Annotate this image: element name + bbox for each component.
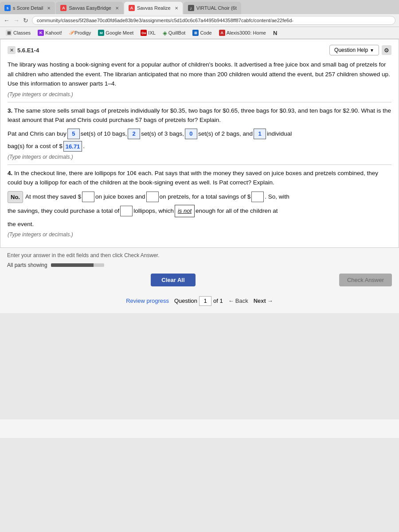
classes-icon: ▦ [6, 30, 12, 36]
progress-bar [51, 263, 104, 267]
standard-code: 5.6.E1-4 [17, 47, 39, 54]
nav-row: Review progress Question of 1 ← Back Nex… [7, 293, 392, 309]
next-arrow-icon: → [267, 297, 273, 304]
bookmark-classes[interactable]: ▦ Classes [4, 29, 33, 37]
clear-all-button[interactable]: Clear All [151, 274, 195, 286]
forward-nav-icon[interactable]: → [13, 17, 20, 24]
tab-icon-realize: A [129, 5, 135, 11]
tab-label-realize: Savvas Realize [137, 5, 171, 11]
badge-x-icon: ✕ [8, 46, 16, 54]
tab-easybridge[interactable]: A Savvas EasyBridge ✕ [56, 2, 123, 14]
answer-text-4a: on juice boxes and [95, 192, 145, 202]
answer-text-4f: the event. [8, 219, 34, 230]
answer-text-4: individual [267, 129, 292, 139]
address-input[interactable] [32, 16, 395, 25]
answer-text-4d: lollipops, which [133, 206, 174, 216]
kahoot-icon: K [38, 30, 44, 36]
answer-box-total[interactable] [251, 192, 264, 202]
answer-box-lollipops[interactable] [120, 206, 133, 216]
answer-prefix-1: Pat and Chris can buy [8, 129, 66, 139]
tab-realize[interactable]: A Savvas Realize ✕ [124, 2, 183, 14]
bookmark-alexis[interactable]: A Alexis3000: Home [217, 29, 268, 37]
browser-tabs: s s Score Detail ✕ A Savvas EasyBridge ✕… [0, 0, 399, 14]
bookmark-label-classes: Classes [13, 30, 31, 35]
tab-label-choir: VIRTUAL Choir (6t [196, 5, 237, 11]
ixl-icon: Da [141, 30, 147, 36]
answer-box-sets2[interactable]: 0 [185, 129, 197, 139]
bookmark-googlemeet[interactable]: M Google Meet [96, 29, 136, 37]
type-hint-3: (Type integers or decimals.) [8, 231, 391, 238]
reload-icon[interactable]: ↻ [23, 17, 28, 24]
question-help-button[interactable]: Question Help ▼ [329, 45, 379, 55]
bookmark-ixl[interactable]: Da IXL [138, 29, 158, 37]
tab-score-detail[interactable]: s s Score Detail ✕ [0, 2, 55, 14]
review-progress-button[interactable]: Review progress [126, 297, 169, 304]
next-button[interactable]: Next → [254, 297, 273, 304]
tab-close-realize[interactable]: ✕ [175, 6, 178, 11]
tab-icon-choir: ♪ [188, 5, 194, 11]
bookmark-label-prodigy: Prodigy [74, 30, 91, 35]
answer-box-sets3[interactable]: 2 [128, 129, 140, 139]
bookmarks-bar: ▦ Classes K Kahoot! 𝒫 Prodigy M Google M… [0, 27, 399, 39]
answer-box-cost[interactable]: 16.71 [63, 141, 82, 152]
back-nav-icon[interactable]: ← [4, 17, 10, 24]
answer-prefix-4b: the savings, they could purchase a total… [8, 206, 119, 216]
answer-period: . [83, 141, 85, 152]
bookmark-n[interactable]: N [271, 29, 279, 37]
answer-text-2: set(s) of 3 bags, [141, 129, 184, 139]
content-area: ✕ 5.6.E1-4 Question Help ▼ ⚙ The library… [0, 39, 399, 438]
question-container: ✕ 5.6.E1-4 Question Help ▼ ⚙ The library… [0, 39, 399, 248]
tab-label-easybridge: Savvas EasyBridge [69, 5, 111, 11]
progress-bar-fill [51, 263, 94, 267]
answer-prefix-2: bag(s) for a cost of $ [8, 141, 63, 152]
answer-box-juice[interactable] [82, 192, 94, 202]
part3-question: 3. The same store sells small bags of pr… [8, 106, 391, 125]
tab-icon-easybridge: A [60, 5, 66, 11]
gear-icon[interactable]: ⚙ [382, 45, 391, 55]
bookmark-prodigy[interactable]: 𝒫 Prodigy [67, 28, 93, 37]
answer-line-2: bag(s) for a cost of $16.71. [8, 141, 391, 152]
answer-box-pretzels[interactable] [146, 192, 159, 202]
googlemeet-icon: M [98, 30, 104, 36]
code-icon: ⊞ [192, 30, 199, 36]
question-of-label: of 1 [213, 297, 223, 304]
tab-close-score[interactable]: ✕ [47, 6, 51, 11]
answer-box-sets10[interactable]: 5 [67, 129, 80, 139]
check-answer-button[interactable]: Check Answer [339, 274, 392, 286]
address-bar: ← → ↻ [0, 14, 399, 27]
remaining-space [0, 313, 399, 419]
bookmark-label-quillbot: QuillBot [168, 30, 186, 35]
part3-label: 3. [8, 107, 12, 114]
part4-text: In the checkout line, there are lollipop… [8, 170, 378, 186]
back-button[interactable]: ← Back [228, 297, 248, 304]
bookmark-label-kahoot: Kahoot! [45, 30, 62, 35]
type-hint-1: (Type integers or decimals.) [8, 91, 391, 98]
answer-line-4c: the event. [8, 219, 391, 230]
tab-label-score: s Score Detail [13, 5, 43, 11]
bookmark-quillbot[interactable]: ◈ QuillBot [160, 29, 188, 37]
answer-text-3: set(s) of 2 bags, and [198, 129, 253, 139]
bookmark-kahoot[interactable]: K Kahoot! [35, 29, 64, 37]
answer-text-1: set(s) of 10 bags, [81, 129, 127, 139]
prodigy-icon: 𝒫 [69, 29, 73, 36]
all-parts-label: All parts showing [7, 262, 47, 268]
footer-hint: Enter your answer in the edit fields and… [7, 252, 392, 258]
bookmark-label-googlemeet: Google Meet [106, 30, 133, 35]
answer-text-4e: enough for all of the children at [196, 206, 278, 216]
back-label: Back [235, 297, 248, 304]
action-buttons-row: Clear All Check Answer [7, 274, 392, 286]
bookmark-code[interactable]: ⊞ Code [190, 29, 214, 37]
next-label: Next [254, 297, 266, 304]
tab-close-easybridge[interactable]: ✕ [115, 6, 119, 11]
answer-line-4b: the savings, they could purchase a total… [8, 205, 391, 217]
answer-box-individual[interactable]: 1 [254, 129, 266, 139]
type-hint-2: (Type integers or decimals.) [8, 154, 391, 160]
chevron-down-icon: ▼ [370, 48, 374, 53]
bookmark-label-alexis: Alexis3000: Home [227, 30, 266, 35]
answer-line-1: Pat and Chris can buy 5 set(s) of 10 bag… [8, 129, 391, 139]
all-parts-row: All parts showing [7, 262, 392, 268]
question-number-input[interactable] [199, 296, 211, 306]
footer-area: Enter your answer in the edit fields and… [0, 248, 399, 313]
part3-text: The same store sells small bags of pretz… [8, 107, 391, 124]
tab-virtual-choir[interactable]: ♪ VIRTUAL Choir (6t [184, 2, 241, 14]
